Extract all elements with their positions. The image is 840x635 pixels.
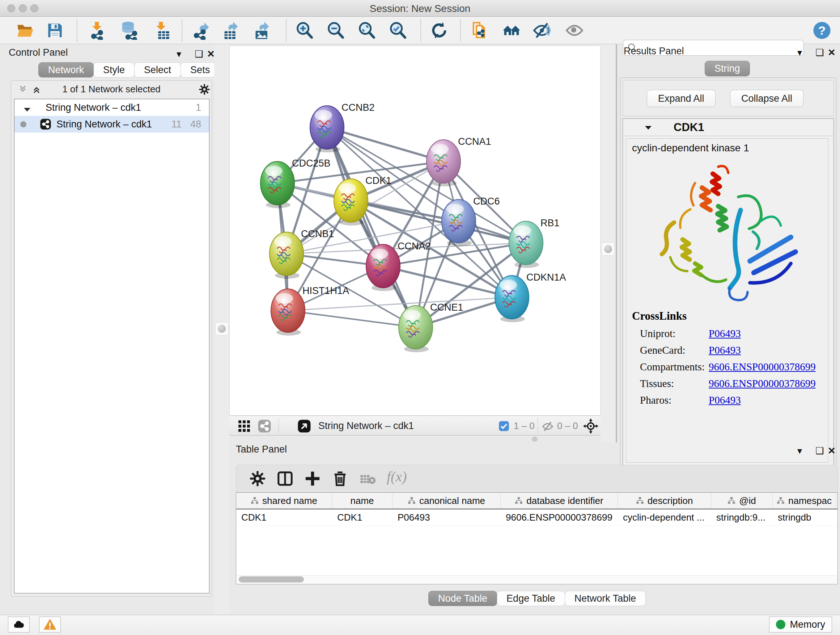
table-settings-gear-icon[interactable] xyxy=(249,470,266,487)
column-header-@id[interactable]: @id xyxy=(711,493,773,509)
node-CDC25B[interactable] xyxy=(261,162,294,208)
network-row[interactable]: String Network – cdk1 11 48 xyxy=(14,116,209,133)
clone-network-button[interactable] xyxy=(470,20,490,41)
export-table-button[interactable] xyxy=(221,20,242,41)
export-network-button[interactable] xyxy=(191,20,211,41)
grid-view-icon[interactable] xyxy=(237,419,251,433)
crosslink-link[interactable]: 9606.ENSP00000378699 xyxy=(709,378,816,390)
node-CCNA2[interactable] xyxy=(366,244,400,291)
crosslink-link[interactable]: P06493 xyxy=(709,344,741,356)
scrollbar-thumb[interactable] xyxy=(239,576,304,583)
column-header-database-identifier[interactable]: database identifier xyxy=(501,493,618,509)
save-session-button[interactable] xyxy=(45,20,65,41)
column-label: description xyxy=(647,495,693,507)
node-CCNB2[interactable] xyxy=(310,106,344,152)
network-graph[interactable]: CCNB2CCNA1CDC25BCDK1CDC6RB1CCNB1CCNA2CDK… xyxy=(230,46,600,416)
panel-close-icon[interactable]: ✕ xyxy=(828,445,836,456)
tab-network-table[interactable]: Network Table xyxy=(565,591,646,606)
cell-description[interactable]: cyclin-dependent ... xyxy=(618,509,711,526)
node-RB1[interactable] xyxy=(509,221,543,268)
show-all-button[interactable] xyxy=(564,20,584,41)
cell-name[interactable]: CDK1 xyxy=(332,509,393,526)
hide-selected-button[interactable] xyxy=(532,20,552,41)
column-header-description[interactable]: description xyxy=(618,493,711,509)
node-CCNA1[interactable] xyxy=(426,140,461,187)
tab-string[interactable]: String xyxy=(705,61,750,76)
node-HIST1H1A[interactable] xyxy=(271,289,305,336)
cell-database-identifier[interactable]: 9606.ENSP00000378699 xyxy=(501,509,618,526)
column-header-shared-name[interactable]: shared name xyxy=(236,493,332,509)
panel-float-icon[interactable]: ❑ xyxy=(195,49,203,60)
column-header-canonical-name[interactable]: canonical name xyxy=(393,493,501,509)
right-splitter[interactable] xyxy=(600,44,616,442)
hidden-eye-slash-icon xyxy=(542,421,554,432)
open-file-button[interactable] xyxy=(15,20,35,41)
apply-layout-button[interactable] xyxy=(429,20,449,41)
right-splitter-grip[interactable] xyxy=(602,242,615,256)
first-neighbors-button[interactable] xyxy=(501,20,522,41)
node-CDKN1A[interactable] xyxy=(495,276,529,322)
tab-edge-table[interactable]: Edge Table xyxy=(497,591,565,606)
edge-HIST1H1A-CCNE1[interactable] xyxy=(288,310,416,327)
zoom-in-button[interactable] xyxy=(294,20,315,41)
cell-@id[interactable]: stringdb:9... xyxy=(711,509,773,526)
node-table[interactable]: shared namenamecanonical namedatabase id… xyxy=(236,492,838,584)
tab-network[interactable]: Network xyxy=(38,62,94,78)
column-header-namespac[interactable]: namespac xyxy=(773,493,836,509)
create-column-plus-icon[interactable] xyxy=(304,470,321,487)
zoom-fit-button[interactable] xyxy=(357,20,377,41)
birds-eye-view-icon[interactable] xyxy=(297,419,311,433)
panel-menu-icon[interactable]: ▾ xyxy=(797,445,802,456)
zoom-out-button[interactable] xyxy=(325,20,346,41)
two-houses-icon xyxy=(501,21,522,40)
gear-icon[interactable] xyxy=(199,84,210,95)
panel-menu-icon[interactable]: ▾ xyxy=(177,49,181,60)
panel-menu-icon[interactable]: ▾ xyxy=(797,47,802,58)
import-network-button[interactable] xyxy=(88,20,108,41)
network-collection-row[interactable]: String Network – cdk1 1 xyxy=(14,99,209,116)
warnings-button[interactable] xyxy=(39,616,61,632)
collapse-caret-icon[interactable] xyxy=(644,125,653,131)
cell-namespac[interactable]: stringdb xyxy=(773,509,836,526)
panel-close-icon[interactable]: ✕ xyxy=(828,47,836,58)
left-splitter-grip[interactable] xyxy=(215,322,228,335)
panel-close-icon[interactable]: ✕ xyxy=(207,49,215,60)
tab-node-table[interactable]: Node Table xyxy=(428,591,497,606)
help-button[interactable]: ? xyxy=(812,20,832,41)
panel-float-icon[interactable]: ❑ xyxy=(815,445,824,456)
horizontal-splitter-grip[interactable] xyxy=(532,437,538,442)
collapse-all-button[interactable]: Collapse All xyxy=(730,90,804,107)
node-CCNB1[interactable] xyxy=(270,232,303,279)
tab-style[interactable]: Style xyxy=(93,62,134,78)
export-image-button[interactable] xyxy=(253,20,273,41)
network-canvas[interactable]: CCNB2CCNA1CDC25BCDK1CDC6RB1CCNB1CCNA2CDK… xyxy=(229,46,600,416)
edge-CCNB2-CCNE1[interactable] xyxy=(327,127,416,327)
import-table-button[interactable] xyxy=(151,20,172,41)
cell-shared-name[interactable]: CDK1 xyxy=(236,509,332,526)
zoom-selected-button[interactable] xyxy=(388,20,408,41)
column-header-name[interactable]: name xyxy=(332,493,393,509)
crosslink-link[interactable]: P06493 xyxy=(709,394,741,406)
table-row[interactable]: CDK1CDK1P064939606.ENSP00000378699cyclin… xyxy=(236,509,837,526)
left-splitter[interactable] xyxy=(214,44,229,615)
memory-button[interactable]: Memory xyxy=(769,616,832,632)
panel-float-icon[interactable]: ❑ xyxy=(815,47,824,58)
delete-column-trash-icon[interactable] xyxy=(332,470,348,487)
table-horizontal-scrollbar[interactable] xyxy=(237,575,837,583)
selected-checkbox-icon[interactable] xyxy=(499,421,509,432)
crosslinks-heading: CrossLinks xyxy=(632,310,687,323)
fit-content-crosshair-icon[interactable] xyxy=(583,418,598,434)
expand-all-button[interactable]: Expand All xyxy=(647,90,715,107)
show-columns-icon[interactable] xyxy=(277,470,294,487)
node-details-header[interactable]: CDK1 xyxy=(623,119,834,136)
import-network-from-database-button[interactable] xyxy=(118,20,139,41)
tab-sets[interactable]: Sets xyxy=(180,62,219,78)
cell-canonical-name[interactable]: P06493 xyxy=(393,509,501,526)
cloud-button[interactable] xyxy=(8,616,30,632)
network-view-icon[interactable] xyxy=(257,419,271,433)
collection-expand-caret[interactable] xyxy=(23,104,31,116)
node-CCNE1[interactable] xyxy=(399,306,433,352)
crosslink-link[interactable]: 9606.ENSP00000378699 xyxy=(709,361,816,373)
tab-select[interactable]: Select xyxy=(134,62,181,78)
crosslink-link[interactable]: P06493 xyxy=(709,328,741,340)
